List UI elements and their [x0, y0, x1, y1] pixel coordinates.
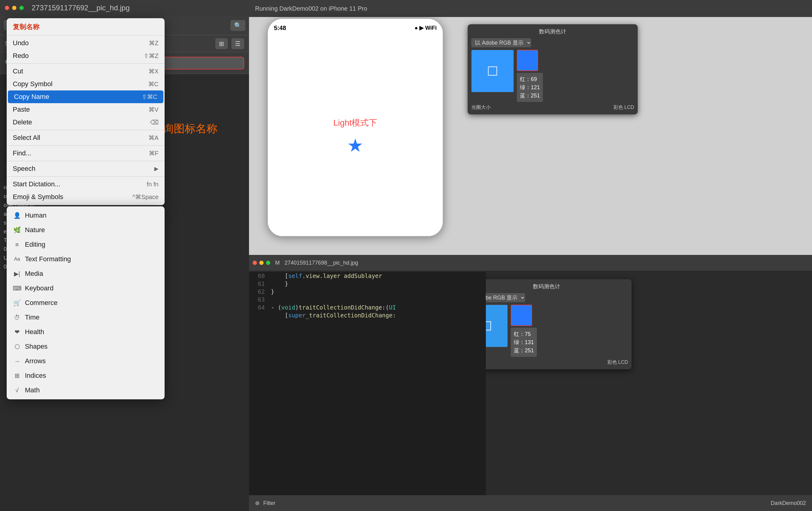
bottom-window-titlebar: M 27401591177698__pic_hd.jpg: [249, 255, 812, 271]
top-window: M iPhone 11 Pro (13.5) 🔒 ⌂ ⊞ Running Dar…: [249, 0, 812, 255]
nature-icon: 🌿: [13, 226, 21, 234]
color-swatch-big-top: [471, 50, 514, 92]
submenu-indices[interactable]: ⊞ Indices: [7, 368, 165, 383]
code-line-60: 60 [self.view.layer addSublayer: [249, 272, 486, 280]
code-line-63: 63: [249, 296, 486, 303]
color-values-top: 红：69 绿：121 蓝：251: [517, 50, 543, 102]
color-mode-dropdown-top[interactable]: 以 Adobe RGB 显示: [471, 38, 531, 47]
zoom-button[interactable]: [20, 6, 24, 10]
text-formatting-icon: Aa: [13, 255, 21, 263]
iphone-light-frame: 5:48 ● ▶ WiFi Light模式下 ★: [267, 18, 443, 237]
submenu-human[interactable]: 👤 Human: [7, 208, 165, 223]
menu-paste[interactable]: Paste ⌘V: [7, 103, 165, 116]
color-preview-large-top: [471, 50, 514, 102]
menu-copy-name[interactable]: Copy Name ⇧⌘C: [8, 90, 163, 103]
submenu-commerce-label: Commerce: [25, 299, 58, 307]
list-view-button[interactable]: ☰: [231, 38, 244, 49]
submenu-editing-label: Editing: [25, 241, 45, 248]
submenu-arrows-label: Arrows: [25, 357, 46, 365]
bottom-window-zoom[interactable]: [266, 261, 270, 265]
submenu-media[interactable]: ▶| Media: [7, 266, 165, 281]
close-button[interactable]: [5, 6, 9, 10]
submenu-commerce[interactable]: 🛒 Commerce: [7, 296, 165, 310]
color-meter-bottom: 数码测色计 以 Adobe RGB 显示 红：75 绿：131: [462, 279, 632, 369]
color-values-bottom: 红：75 绿：131 蓝：251: [511, 305, 537, 357]
menu-separator-5: [7, 176, 165, 177]
lcd-label-top: 彩色 LCD: [613, 104, 634, 111]
menu-separator-0: [7, 35, 165, 35]
submenu-nature-label: Nature: [25, 226, 45, 234]
commerce-icon: 🛒: [13, 299, 21, 307]
arrows-icon: →: [13, 357, 21, 365]
iphone-light-screen: 5:48 ● ▶ WiFi Light模式下 ★: [268, 19, 443, 236]
grid-view-button[interactable]: ⊞: [215, 38, 228, 49]
submenu-human-label: Human: [25, 211, 47, 219]
running-bar: Running DarkDemo002 on iPhone 11 Pro: [249, 0, 812, 17]
submenu-indices-label: Indices: [25, 372, 46, 380]
menu-start-dictation[interactable]: Start Dictation... fn fn: [7, 178, 165, 190]
color-meter-top-footer: 光圈大小 彩色 LCD: [471, 104, 634, 111]
submenu-arrows[interactable]: → Arrows: [7, 354, 165, 368]
code-line-65: [super_traitCollectionDidChange:: [249, 311, 486, 319]
submenu-time[interactable]: ⏱ Time: [7, 310, 165, 325]
green-value-top: 绿：121: [520, 84, 540, 91]
blue-value-top: 蓝：251: [520, 92, 540, 99]
indices-icon: ⊞: [13, 371, 21, 380]
context-menu: 复制名称 Undo ⌘Z Redo ⇧⌘Z Cut ⌘X Copy Symbol…: [7, 18, 165, 205]
menu-separator-2: [7, 130, 165, 130]
color-meter-top-body: 红：69 绿：121 蓝：251: [471, 50, 634, 102]
title-bar: 27371591177692__pic_hd.jpg: [0, 0, 249, 16]
color-meter-top-title: 数码测色计: [471, 28, 634, 35]
menu-copy-symbol[interactable]: Copy Symbol ⌘C: [7, 78, 165, 90]
code-line-61: 61 }: [249, 280, 486, 288]
green-value-bottom: 绿：131: [514, 339, 534, 346]
bottom-window-close[interactable]: [253, 261, 257, 265]
light-star-icon: ★: [347, 135, 364, 156]
bottom-window-minimize[interactable]: [259, 261, 264, 265]
submenu-time-label: Time: [25, 313, 39, 321]
submenu-shapes-label: Shapes: [25, 342, 48, 351]
menu-emoji-symbols[interactable]: Emoji & Symbols ^⌘Space: [7, 190, 165, 203]
search-toggle[interactable]: 🔍: [230, 20, 245, 31]
menu-separator-3: [7, 145, 165, 146]
submenu-health[interactable]: ❤ Health: [7, 325, 165, 339]
color-meter-bottom-title: 数码测色计: [465, 283, 628, 290]
submenu-keyboard[interactable]: ⌨ Keyboard: [7, 281, 165, 296]
submenu-health-label: Health: [25, 328, 44, 336]
time-icon: ⏱: [13, 313, 21, 322]
menu-delete[interactable]: Delete ⌫: [7, 116, 165, 129]
color-meter-top: 数码测色计 以 Adobe RGB 显示 红：69 绿：121: [468, 24, 638, 114]
color-rgb-top: 红：69 绿：121 蓝：251: [517, 73, 543, 102]
submenu-editing[interactable]: ≡ Editing: [7, 237, 165, 252]
menu-copy-name-label: 复制名称: [7, 20, 165, 34]
menu-undo[interactable]: Undo ⌘Z: [7, 37, 165, 50]
color-swatch-small-bottom: [511, 305, 532, 326]
menu-select-all[interactable]: Select All ⌘A: [7, 131, 165, 144]
code-line-62: 62 }: [249, 288, 486, 296]
submenu-shapes[interactable]: ⬡ Shapes: [7, 339, 165, 354]
menu-separator-4: [7, 161, 165, 161]
red-value-top: 红：69: [520, 76, 540, 83]
submenu-nature[interactable]: 🌿 Nature: [7, 223, 165, 237]
bottom-xcode-icon: M: [275, 260, 280, 266]
filter-label: Filter: [263, 500, 276, 506]
iphone-light-status: 5:48 ● ▶ WiFi: [268, 19, 443, 37]
menu-cut[interactable]: Cut ⌘X: [7, 65, 165, 78]
filter-icon: ⊛: [255, 500, 260, 506]
window-title: 27371591177692__pic_hd.jpg: [32, 4, 130, 12]
menu-find[interactable]: Find... ⌘F: [7, 147, 165, 160]
submenu-math-label: Math: [25, 386, 40, 394]
bottom-window-filename: 27401591177698__pic_hd.jpg: [285, 260, 358, 266]
minimize-button[interactable]: [12, 6, 17, 10]
aperture-label-top: 光圈大小: [471, 104, 491, 111]
submenu-text-formatting[interactable]: Aa Text Formatting: [7, 252, 165, 266]
category-submenu: 👤 Human 🌿 Nature ≡ Editing Aa Text Forma…: [7, 206, 165, 399]
code-editor[interactable]: 60 [self.view.layer addSublayer 61 } 62 …: [249, 272, 486, 511]
light-mode-label: Light模式下: [334, 117, 377, 129]
menu-redo[interactable]: Redo ⇧⌘Z: [7, 50, 165, 62]
editing-icon: ≡: [13, 240, 21, 249]
submenu-math[interactable]: √ Math: [7, 383, 165, 397]
code-line-64: 64 - (void)traitCollectionDidChange:(UI: [249, 303, 486, 311]
color-meter-bottom-body: 红：75 绿：131 蓝：251: [465, 305, 628, 357]
menu-speech[interactable]: Speech ▶: [7, 162, 165, 175]
